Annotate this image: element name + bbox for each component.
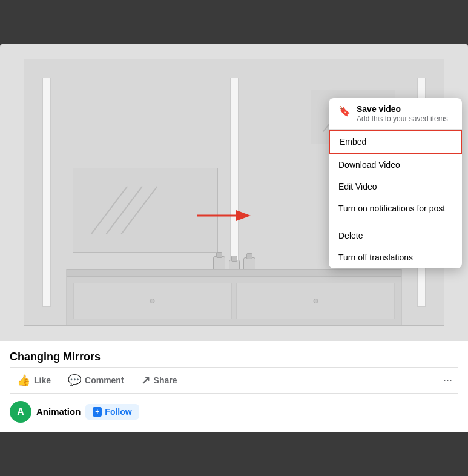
embed-label: Embed: [340, 137, 366, 147]
menu-divider: [329, 222, 462, 222]
save-icon: 🔖: [338, 105, 351, 117]
facebook-card: 🔖 Save video Add this to your saved item…: [0, 44, 468, 432]
notifications-item[interactable]: Turn on notifications for post: [329, 197, 462, 219]
bottom-bar: Changing Mirrors 👍 Like 💬 Comment ↗ Shar…: [0, 341, 468, 432]
comment-icon: 💬: [68, 374, 81, 387]
more-options-button[interactable]: ···: [437, 370, 458, 390]
comment-button[interactable]: 💬 Comment: [61, 370, 131, 391]
save-video-item[interactable]: 🔖 Save video Add this to your saved item…: [329, 98, 462, 130]
edit-label: Edit Video: [338, 182, 377, 191]
like-button[interactable]: 👍 Like: [10, 370, 58, 391]
like-icon: 👍: [17, 374, 30, 387]
dresser-body: [66, 277, 402, 325]
video-area: 🔖 Save video Add this to your saved item…: [0, 44, 468, 341]
download-video-item[interactable]: Download Video: [329, 154, 462, 176]
action-buttons: 👍 Like 💬 Comment ↗ Share: [10, 370, 185, 391]
author-name[interactable]: Animation: [36, 406, 81, 417]
follow-button[interactable]: + Follow: [85, 404, 139, 420]
svg-line-3: [91, 187, 127, 234]
dresser: [66, 269, 402, 325]
action-bar: 👍 Like 💬 Comment ↗ Share ···: [10, 367, 458, 394]
follow-label: Follow: [105, 407, 131, 417]
save-video-title: Save video: [357, 104, 448, 114]
svg-line-5: [121, 187, 157, 234]
notifications-label: Turn on notifications for post: [338, 203, 445, 213]
svg-line-4: [106, 187, 142, 234]
arrow-pointer: [194, 202, 254, 232]
turn-off-translations-label: Turn off translations: [338, 253, 413, 262]
avatar-initial: A: [17, 406, 24, 417]
comment-label: Comment: [85, 375, 124, 385]
download-label: Download Video: [338, 160, 400, 170]
follow-plus-icon: +: [93, 407, 102, 417]
embed-item[interactable]: Embed: [329, 130, 462, 154]
drawer-left: [73, 283, 231, 319]
turn-off-translations-item[interactable]: Turn off translations: [329, 246, 462, 268]
save-video-subtitle: Add this to your saved items: [357, 114, 448, 123]
post-title: Changing Mirrors: [10, 346, 458, 367]
context-menu: 🔖 Save video Add this to your saved item…: [329, 98, 462, 268]
more-icon: ···: [443, 374, 452, 386]
drawer-right: [237, 283, 395, 319]
avatar: A: [10, 401, 31, 423]
delete-item[interactable]: Delete: [329, 225, 462, 246]
author-bar: A Animation + Follow: [10, 398, 458, 428]
save-video-content: Save video Add this to your saved items: [357, 104, 448, 123]
light-bar-left: [42, 78, 51, 307]
share-button[interactable]: ↗ Share: [134, 370, 185, 391]
edit-video-item[interactable]: Edit Video: [329, 176, 462, 197]
drawer-knob-right: [314, 299, 318, 303]
drawer-knob-left: [150, 299, 154, 303]
like-label: Like: [34, 375, 51, 385]
share-icon: ↗: [141, 374, 150, 387]
dresser-top: [66, 269, 402, 277]
delete-label: Delete: [338, 231, 363, 240]
share-label: Share: [154, 375, 177, 385]
